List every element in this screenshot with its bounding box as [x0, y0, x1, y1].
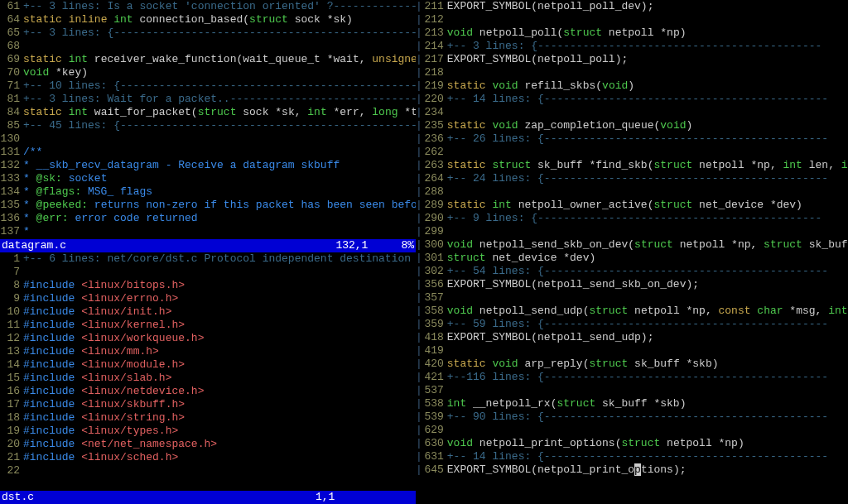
line-number: 539	[422, 410, 447, 424]
line-number: 1	[0, 252, 23, 266]
code-line[interactable]: 130	[0, 132, 416, 146]
code-line[interactable]: |220 +-- 14 lines: {--------------------…	[416, 93, 848, 106]
code-content: void netpoll_send_udp(struct netpoll *np…	[447, 305, 848, 318]
code-line[interactable]: 19 #include <linux/types.h>	[0, 425, 416, 438]
code-line[interactable]: 16 #include <linux/netdevice.h>	[0, 385, 416, 398]
code-line[interactable]: |214 +-- 3 lines: {---------------------…	[416, 40, 848, 53]
pane-datagram[interactable]: 61 +-- 3 lines: Is a socket 'connection …	[0, 0, 416, 239]
code-line[interactable]: |357	[416, 291, 848, 305]
code-line[interactable]: 9 #include <linux/errno.h>	[0, 292, 416, 305]
code-line[interactable]: |420 static void arp_reply(struct sk_buf…	[416, 358, 848, 371]
code-line[interactable]: 64 static inline int connection_based(st…	[0, 13, 416, 26]
code-line[interactable]: 71 +-- 10 lines: {----------------------…	[0, 79, 416, 93]
code-content: * @peeked: returns non-zero if this pack…	[23, 199, 416, 212]
code-line[interactable]: |213 void netpoll_poll(struct netpoll *n…	[416, 26, 848, 40]
code-line[interactable]: |539 +-- 90 lines: {--------------------…	[416, 410, 848, 424]
code-line[interactable]: |359 +-- 59 lines: {--------------------…	[416, 318, 848, 331]
code-line[interactable]: 1 +-- 6 lines: net/core/dst.c Protocol i…	[0, 252, 416, 266]
code-line[interactable]: |211 EXPORT_SYMBOL(netpoll_poll_dev);	[416, 0, 848, 13]
code-line[interactable]: |236 +-- 26 lines: {--------------------…	[416, 132, 848, 146]
code-line[interactable]: 137 *	[0, 225, 416, 238]
status-file: datagram.c	[2, 239, 66, 252]
vim-editor: 61 +-- 3 lines: Is a socket 'connection …	[0, 0, 848, 504]
code-line[interactable]: 7	[0, 266, 416, 279]
code-line[interactable]: 65 +-- 3 lines: {-----------------------…	[0, 26, 416, 40]
code-line[interactable]: 133 * @sk: socket	[0, 172, 416, 185]
code-line[interactable]: |419	[416, 344, 848, 358]
code-line[interactable]: 14 #include <linux/module.h>	[0, 358, 416, 372]
code-line[interactable]: |302 +-- 54 lines: {--------------------…	[416, 265, 848, 278]
code-line[interactable]: |421 +--116 lines: {--------------------…	[416, 371, 848, 384]
line-number: 631	[422, 450, 447, 463]
code-line[interactable]: |645 EXPORT_SYMBOL(netpoll_print_options…	[416, 463, 848, 477]
code-line[interactable]: |219 static void refill_skbs(void)	[416, 79, 848, 93]
code-line[interactable]: 20 #include <net/net_namespace.h>	[0, 438, 416, 451]
code-line[interactable]: 131 /**	[0, 146, 416, 159]
code-line[interactable]: |234	[416, 106, 848, 119]
code-line[interactable]: |212	[416, 13, 848, 26]
code-line[interactable]: 10 #include <linux/init.h>	[0, 305, 416, 319]
code-line[interactable]: |264 +-- 24 lines: {--------------------…	[416, 172, 848, 185]
code-line[interactable]: |217 EXPORT_SYMBOL(netpoll_poll);	[416, 53, 848, 66]
code-line[interactable]: |218	[416, 66, 848, 79]
code-line[interactable]: 85 +-- 45 lines: {----------------------…	[0, 119, 416, 132]
code-line[interactable]: |289 static int netpoll_owner_active(str…	[416, 199, 848, 212]
line-number: 299	[422, 225, 447, 238]
code-content: #include <linux/errno.h>	[23, 292, 416, 305]
line-number: 20	[0, 438, 23, 451]
code-line[interactable]: |538 int __netpoll_rx(struct sk_buff *sk…	[416, 397, 848, 410]
code-line[interactable]: 13 #include <linux/mm.h>	[0, 345, 416, 358]
code-line[interactable]: 12 #include <linux/workqueue.h>	[0, 332, 416, 345]
code-line[interactable]: 70 void *key)	[0, 66, 416, 79]
line-number: 11	[0, 319, 23, 332]
code-line[interactable]: 135 * @peeked: returns non-zero if this …	[0, 199, 416, 212]
code-line[interactable]: |262	[416, 146, 848, 159]
code-content	[23, 266, 416, 279]
pane-netpoll[interactable]: |211 EXPORT_SYMBOL(netpoll_poll_dev);|21…	[416, 0, 848, 504]
code-line[interactable]: 21 #include <linux/sched.h>	[0, 451, 416, 464]
code-line[interactable]: |235 static void zap_completion_queue(vo…	[416, 119, 848, 132]
code-line[interactable]: |358 void netpoll_send_udp(struct netpol…	[416, 305, 848, 318]
code-line[interactable]: 18 #include <linux/string.h>	[0, 411, 416, 425]
code-line[interactable]: |356 EXPORT_SYMBOL(netpoll_send_skb_on_d…	[416, 278, 848, 291]
code-line[interactable]: 11 #include <linux/kernel.h>	[0, 319, 416, 332]
code-line[interactable]: 132 * __skb_recv_datagram - Receive a da…	[0, 159, 416, 172]
code-line[interactable]: 17 #include <linux/skbuff.h>	[0, 398, 416, 411]
code-line[interactable]: 15 #include <linux/slab.h>	[0, 372, 416, 385]
code-line[interactable]: 22	[0, 464, 416, 478]
code-line[interactable]: 68	[0, 40, 416, 53]
code-line[interactable]: |290 +-- 9 lines: {---------------------…	[416, 212, 848, 225]
line-number: 68	[0, 40, 23, 53]
code-content: #include <linux/init.h>	[23, 305, 416, 319]
line-number: 289	[422, 199, 447, 212]
code-line[interactable]: |537	[416, 384, 848, 397]
line-number: 421	[422, 371, 447, 384]
line-number: 301	[422, 252, 447, 265]
code-line[interactable]: 134 * @flags: MSG_ flags	[0, 185, 416, 199]
code-line[interactable]: 84 static int wait_for_packet(struct soc…	[0, 106, 416, 119]
code-line[interactable]: |301 struct net_device *dev)	[416, 252, 848, 265]
line-number: 10	[0, 305, 23, 319]
code-line[interactable]: |630 void netpoll_print_options(struct n…	[416, 437, 848, 450]
code-line[interactable]: |418 EXPORT_SYMBOL(netpoll_send_udp);	[416, 331, 848, 344]
code-line[interactable]: |631 +-- 14 lines: {--------------------…	[416, 450, 848, 463]
status-pos: 132,1	[335, 239, 401, 252]
code-content: #include <linux/slab.h>	[23, 372, 416, 385]
code-content: int __netpoll_rx(struct sk_buff *skb)	[447, 397, 848, 410]
code-line[interactable]: |299	[416, 225, 848, 238]
code-content	[23, 132, 416, 146]
code-content: *	[23, 225, 416, 238]
pane-dst[interactable]: 1 +-- 6 lines: net/core/dst.c Protocol i…	[0, 252, 416, 492]
code-line[interactable]: |288	[416, 185, 848, 199]
code-content: #include <linux/string.h>	[23, 411, 416, 425]
code-line[interactable]: |263 static struct sk_buff *find_skb(str…	[416, 159, 848, 172]
code-content: +-- 6 lines: net/core/dst.c Protocol ind…	[23, 252, 416, 266]
code-content: #include <linux/module.h>	[23, 358, 416, 372]
code-line[interactable]: 61 +-- 3 lines: Is a socket 'connection …	[0, 0, 416, 13]
code-line[interactable]: 69 static int receiver_wake_function(wai…	[0, 53, 416, 66]
code-line[interactable]: 136 * @err: error code returned	[0, 212, 416, 225]
code-line[interactable]: 8 #include <linux/bitops.h>	[0, 279, 416, 292]
code-line[interactable]: |629	[416, 424, 848, 437]
code-line[interactable]: 81 +-- 3 lines: Wait for a packet..-----…	[0, 93, 416, 106]
code-line[interactable]: |300 void netpoll_send_skb_on_dev(struct…	[416, 238, 848, 252]
